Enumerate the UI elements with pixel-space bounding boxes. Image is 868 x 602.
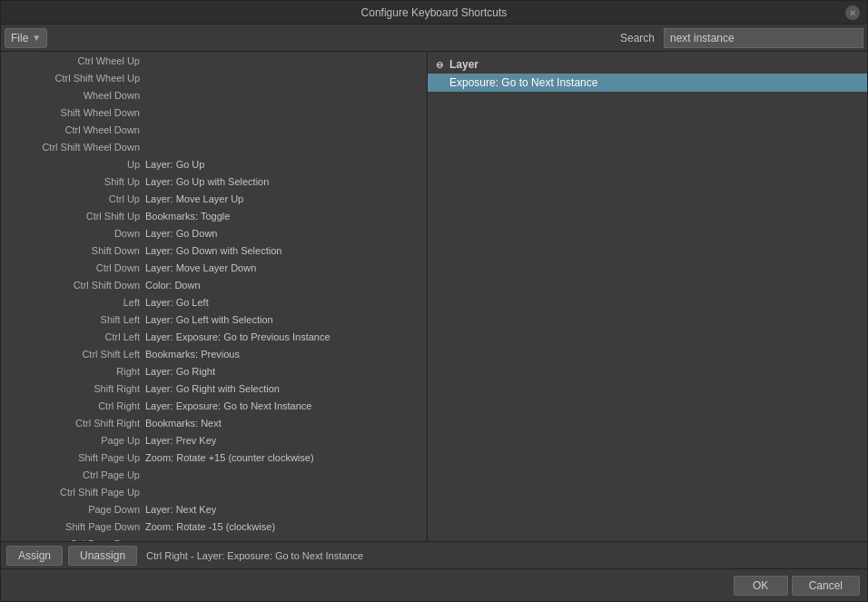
shortcut-action: Zoom: Rotate +15 (counter clockwise)	[145, 452, 314, 463]
table-row[interactable]: Ctrl Page Up	[1, 466, 427, 483]
dropdown-arrow-icon: ▼	[32, 33, 41, 43]
main-window: Configure Keyboard Shortcuts ✕ File ▼ Se…	[0, 0, 868, 602]
shortcut-action: Bookmarks: Previous	[145, 349, 240, 360]
table-row[interactable]: Shift LeftLayer: Go Left with Selection	[1, 311, 427, 328]
table-row[interactable]: Shift RightLayer: Go Right with Selectio…	[1, 380, 427, 397]
shortcut-action: Layer: Go Left with Selection	[145, 314, 273, 325]
shortcut-key: Page Down	[5, 504, 145, 515]
shortcut-key: Shift Down	[5, 245, 145, 256]
search-label: Search	[620, 32, 655, 44]
table-row[interactable]: Ctrl Shift RightBookmarks: Next	[1, 414, 427, 431]
shortcut-key: Ctrl Down	[5, 262, 145, 273]
selected-item-row[interactable]: Exposure: Go to Next Instance	[428, 74, 867, 92]
shortcut-action: Color: Down	[145, 280, 201, 291]
shortcut-action: Layer: Go Up	[145, 159, 204, 170]
table-row[interactable]: Ctrl Shift LeftBookmarks: Previous	[1, 345, 427, 362]
table-row[interactable]: Shift Page DownZoom: Rotate -15 (clockwi…	[1, 518, 427, 535]
shortcut-action: Layer: Exposure: Go to Next Instance	[145, 400, 311, 411]
status-text: Ctrl Right - Layer: Exposure: Go to Next…	[143, 550, 862, 561]
ok-button[interactable]: OK	[734, 576, 788, 596]
table-row[interactable]: Ctrl Shift Page Up	[1, 483, 427, 500]
toolbar: File ▼ Search	[1, 25, 867, 52]
shortcut-key: Ctrl Wheel Down	[5, 124, 145, 135]
shortcut-key: Ctrl Shift Right	[5, 418, 145, 429]
main-content: Ctrl Wheel UpCtrl Shift Wheel UpWheel Do…	[1, 52, 867, 541]
shortcut-action: Layer: Go Right with Selection	[145, 383, 280, 394]
shortcut-action: Bookmarks: Toggle	[145, 211, 230, 222]
unassign-button[interactable]: Unassign	[68, 546, 137, 566]
table-row[interactable]: RightLayer: Go Right	[1, 362, 427, 380]
collapse-icon: ⊖	[433, 58, 446, 71]
shortcut-key: Shift Right	[5, 383, 145, 394]
shortcut-action: Layer: Go Up with Selection	[145, 176, 269, 187]
action-bar: Assign Unassign Ctrl Right - Layer: Expo…	[1, 541, 867, 568]
shortcut-key: Shift Left	[5, 314, 145, 325]
shortcut-key: Ctrl Shift Up	[5, 211, 145, 222]
shortcut-key: Left	[5, 297, 145, 308]
shortcut-action: Zoom: Rotate -15 (clockwise)	[145, 521, 275, 532]
shortcut-action: Layer: Move Layer Down	[145, 262, 256, 273]
footer-buttons: OK Cancel	[734, 576, 860, 596]
shortcut-action: Layer: Go Down with Selection	[145, 245, 281, 256]
table-row[interactable]: Shift UpLayer: Go Up with Selection	[1, 173, 427, 190]
shortcut-action: Layer: Next Key	[145, 504, 216, 515]
table-row[interactable]: Page DownLayer: Next Key	[1, 500, 427, 518]
table-row[interactable]: LeftLayer: Go Left	[1, 293, 427, 311]
tree-view: ⊖ Layer Exposure: Go to Next Instance	[428, 52, 867, 541]
shortcut-key: Ctrl Shift Wheel Up	[5, 73, 145, 84]
window-title: Configure Keyboard Shortcuts	[361, 6, 508, 19]
shortcut-action: Layer: Move Layer Up	[145, 193, 243, 204]
shortcut-action: Layer: Go Left	[145, 297, 209, 308]
table-row[interactable]: Ctrl Wheel Up	[1, 52, 427, 69]
shortcut-key: Ctrl Shift Wheel Down	[5, 142, 145, 153]
category-label: Layer	[449, 58, 478, 71]
table-row[interactable]: Ctrl Shift Wheel Up	[1, 69, 427, 86]
table-row[interactable]: Page UpLayer: Prev Key	[1, 431, 427, 449]
assign-button[interactable]: Assign	[6, 546, 63, 566]
shortcut-action: Bookmarks: Next	[145, 418, 222, 429]
shortcut-key: Shift Page Up	[5, 452, 145, 463]
shortcut-key: Ctrl Up	[5, 193, 145, 204]
table-row[interactable]: Ctrl LeftLayer: Exposure: Go to Previous…	[1, 328, 427, 345]
table-row[interactable]: Ctrl Shift DownColor: Down	[1, 276, 427, 293]
shortcut-action: Layer: Prev Key	[145, 435, 216, 446]
table-row[interactable]: Ctrl DownLayer: Move Layer Down	[1, 259, 427, 276]
table-row[interactable]: Ctrl RightLayer: Exposure: Go to Next In…	[1, 397, 427, 414]
shortcut-key: Ctrl Shift Left	[5, 349, 145, 360]
selected-item-label: Exposure: Go to Next Instance	[449, 76, 597, 89]
table-row[interactable]: Ctrl Shift UpBookmarks: Toggle	[1, 207, 427, 224]
file-dropdown[interactable]: File ▼	[5, 28, 47, 48]
cancel-button[interactable]: Cancel	[792, 576, 860, 596]
table-row[interactable]: Ctrl Shift Wheel Down	[1, 138, 427, 155]
table-row[interactable]: Ctrl UpLayer: Move Layer Up	[1, 190, 427, 207]
shortcut-key: Ctrl Page Up	[5, 469, 145, 480]
table-row[interactable]: Shift Wheel Down	[1, 104, 427, 121]
search-input[interactable]	[664, 28, 863, 48]
shortcut-action: Layer: Exposure: Go to Previous Instance	[145, 331, 330, 342]
title-bar: Configure Keyboard Shortcuts ✕	[1, 1, 867, 25]
table-row[interactable]: Shift Page UpZoom: Rotate +15 (counter c…	[1, 449, 427, 466]
file-label: File	[11, 32, 28, 44]
table-row[interactable]: Ctrl Wheel Down	[1, 121, 427, 138]
shortcut-key: Ctrl Left	[5, 331, 145, 342]
shortcut-action: Layer: Go Down	[145, 228, 217, 239]
shortcut-key: Wheel Down	[5, 90, 145, 101]
table-row[interactable]: Wheel Down	[1, 86, 427, 104]
table-row[interactable]: Ctrl Page Down	[1, 535, 427, 541]
shortcut-key: Shift Wheel Down	[5, 107, 145, 118]
shortcut-key: Page Up	[5, 435, 145, 446]
shortcut-key: Right	[5, 366, 145, 377]
table-row[interactable]: Shift DownLayer: Go Down with Selection	[1, 242, 427, 259]
shortcut-list: Ctrl Wheel UpCtrl Shift Wheel UpWheel Do…	[1, 52, 428, 541]
shortcut-key: Ctrl Wheel Up	[5, 55, 145, 66]
shortcut-action: Layer: Go Right	[145, 366, 215, 377]
footer: OK Cancel	[1, 568, 867, 601]
category-row[interactable]: ⊖ Layer	[428, 55, 867, 74]
shortcut-key: Up	[5, 159, 145, 170]
shortcut-key: Shift Up	[5, 176, 145, 187]
right-panel: ⊖ Layer Exposure: Go to Next Instance	[428, 52, 867, 541]
table-row[interactable]: DownLayer: Go Down	[1, 224, 427, 242]
close-button[interactable]: ✕	[845, 5, 860, 20]
table-row[interactable]: UpLayer: Go Up	[1, 155, 427, 173]
shortcut-key: Down	[5, 228, 145, 239]
